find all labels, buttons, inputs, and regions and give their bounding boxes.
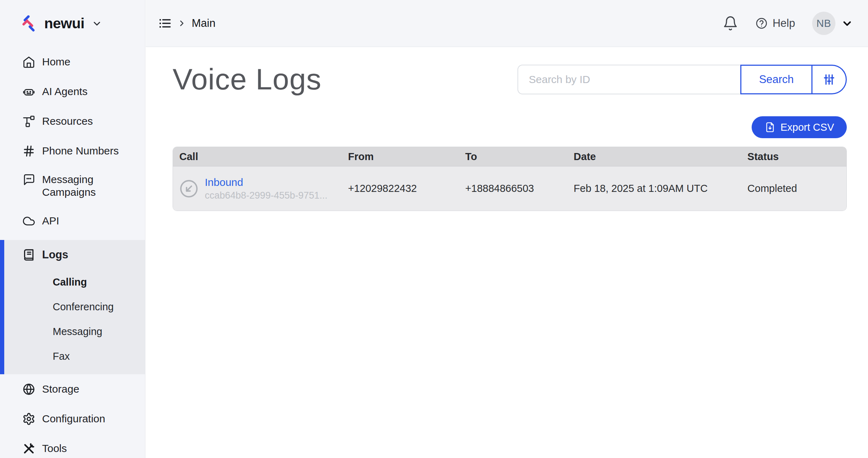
table-row[interactable]: Inbound ccab64b8-2999-455b-9751... +1202… — [173, 166, 846, 211]
call-to: +18884866503 — [465, 166, 574, 211]
voice-logs-table: Call From To Date Status Inbound ccab64b… — [173, 147, 847, 211]
call-status: Completed — [747, 166, 846, 211]
avatar-initials: NB — [816, 18, 831, 29]
help-label: Help — [772, 17, 795, 30]
export-csv-label: Export CSV — [781, 122, 834, 133]
account-chevron-down-icon[interactable] — [841, 17, 853, 29]
home-icon — [22, 55, 35, 69]
sidebar-item-label: Configuration — [42, 413, 105, 425]
sidebar-item-label: Resources — [42, 115, 93, 127]
sidebar-item-storage[interactable]: Storage — [0, 374, 145, 404]
table-header-row: Call From To Date Status — [173, 147, 846, 166]
network-icon — [22, 115, 35, 128]
sliders-icon — [822, 72, 837, 87]
sidebar-item-logs[interactable]: Logs — [0, 240, 145, 270]
sidebar-nav: Home AI Agents Resources Phone Numbers M… — [0, 47, 145, 458]
topbar: Main Help NB — [146, 0, 868, 47]
sidebar-item-label: API — [42, 215, 59, 227]
book-icon — [22, 248, 35, 262]
call-date: Feb 18, 2025 at 1:09AM UTC — [574, 166, 747, 211]
gear-icon — [22, 412, 35, 425]
globe-icon — [22, 383, 35, 396]
sidebar-item-label: Messaging Campaigns — [42, 173, 138, 199]
title-row: Voice Logs Search — [173, 62, 847, 96]
cloud-icon — [22, 215, 35, 228]
sidebar-subitem-calling[interactable]: Calling — [0, 270, 145, 294]
search-button[interactable]: Search — [740, 65, 812, 94]
column-header-status: Status — [747, 147, 846, 166]
sidebar-item-ai-agents[interactable]: AI Agents — [0, 77, 145, 106]
call-from: +12029822432 — [348, 166, 465, 211]
bell-icon[interactable] — [723, 16, 738, 31]
call-id: ccab64b8-2999-455b-9751... — [205, 190, 328, 201]
sidebar-item-configuration[interactable]: Configuration — [0, 404, 145, 434]
column-header-call: Call — [173, 147, 348, 166]
sidebar-item-phone-numbers[interactable]: Phone Numbers — [0, 136, 145, 166]
sidebar-item-tools[interactable]: Tools — [0, 434, 145, 458]
account-menu[interactable]: NB — [812, 12, 853, 35]
sidebar-item-resources[interactable]: Resources — [0, 106, 145, 136]
export-row: Export CSV — [173, 116, 847, 138]
inbound-arrow-icon — [179, 178, 199, 199]
help-button[interactable]: Help — [755, 17, 795, 30]
sidebar-item-label: Phone Numbers — [42, 145, 119, 157]
message-icon — [22, 173, 35, 186]
avatar[interactable]: NB — [812, 12, 835, 35]
list-icon[interactable] — [158, 16, 172, 30]
brand-name: newui — [44, 15, 85, 32]
sidebar-subitem-label: Conferencing — [53, 301, 114, 313]
call-direction-link[interactable]: Inbound — [205, 176, 328, 188]
tools-icon — [22, 442, 35, 455]
sidebar-subitem-label: Fax — [53, 351, 70, 362]
main-content: Voice Logs Search Export CSV Call From T… — [146, 47, 868, 458]
sidebar-item-api[interactable]: API — [0, 206, 145, 236]
sidebar-item-label: Storage — [42, 383, 79, 395]
breadcrumb: Main — [158, 16, 215, 30]
brand-chevron-down-icon[interactable] — [92, 18, 102, 29]
sidebar-item-messaging-campaigns[interactable]: Messaging Campaigns — [0, 166, 145, 206]
sidebar-subitem-messaging[interactable]: Messaging — [0, 319, 145, 344]
filter-button[interactable] — [812, 65, 847, 94]
search-input[interactable] — [517, 65, 740, 94]
sidebar-subitem-label: Calling — [53, 276, 87, 288]
column-header-date: Date — [574, 147, 747, 166]
sidebar-item-home[interactable]: Home — [0, 47, 145, 77]
column-header-to: To — [465, 147, 574, 166]
call-cell: Inbound ccab64b8-2999-455b-9751... — [173, 176, 348, 201]
robot-icon — [22, 85, 35, 98]
search-group: Search — [517, 65, 847, 94]
sidebar-subitem-label: Messaging — [53, 326, 102, 337]
help-circle-icon — [755, 17, 768, 30]
hash-icon — [22, 145, 35, 158]
sidebar-subitem-conferencing[interactable]: Conferencing — [0, 294, 145, 319]
sidebar-item-label: Home — [42, 56, 70, 68]
page-title: Voice Logs — [173, 62, 322, 96]
sidebar-logs-section: Logs Calling Conferencing Messaging Fax — [0, 240, 145, 374]
file-download-icon — [764, 122, 776, 133]
sidebar-item-label: AI Agents — [42, 86, 87, 98]
breadcrumb-current[interactable]: Main — [192, 17, 215, 30]
brand-block[interactable]: newui — [0, 0, 145, 47]
sidebar-item-label: Logs — [42, 248, 68, 261]
sidebar-subitem-fax[interactable]: Fax — [0, 344, 145, 369]
topbar-actions: Help NB — [723, 12, 853, 35]
export-csv-button[interactable]: Export CSV — [752, 116, 847, 138]
sidebar: newui Home AI Agents Resources Phone Num… — [0, 0, 145, 458]
sidebar-item-label: Tools — [42, 442, 67, 454]
chevron-right-icon — [177, 19, 186, 28]
brand-logo-icon — [19, 14, 39, 33]
column-header-from: From — [348, 147, 465, 166]
